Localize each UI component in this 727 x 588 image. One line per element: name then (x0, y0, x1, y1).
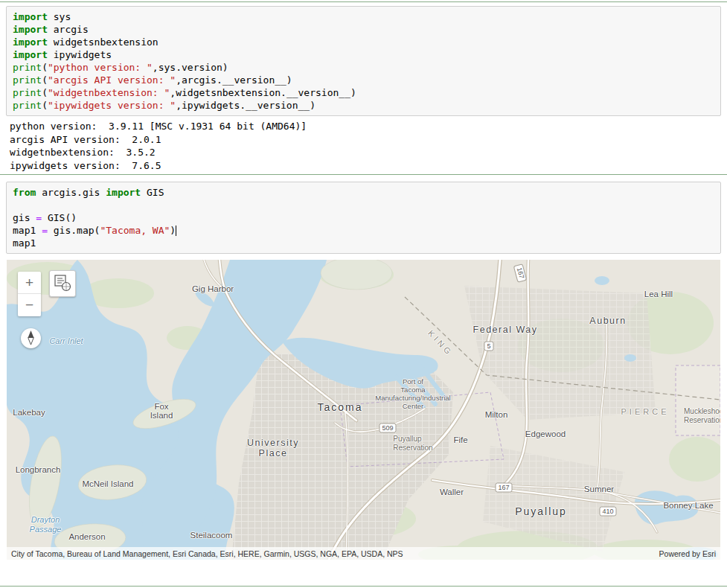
code-line: print("arcgis API version: ",arcgis.__ve… (13, 74, 714, 86)
cell2-code: from arcgis.gis import GIS gis = GIS()ma… (13, 186, 714, 249)
text-cursor (176, 226, 176, 236)
code-line: print("widgetnbextension: ",widgetsnbext… (13, 86, 714, 99)
code-line: from arcgis.gis import GIS (13, 186, 714, 199)
output-line: python version: 3.9.11 [MSC v.1931 64 bi… (10, 120, 307, 133)
output-line: arcgis API version: 2.0.1 (10, 133, 307, 147)
code-line: gis = GIS() (13, 211, 714, 224)
powered-by-esri: Powered by Esri (659, 549, 716, 558)
output-line: widgetnbextension: 3.5.2 (10, 146, 307, 159)
code-line: import ipywidgets (13, 48, 714, 61)
zoom-out-button[interactable]: − (18, 294, 41, 316)
cell-separator-middle (0, 174, 727, 175)
code-cell-imports[interactable]: import sysimport arcgisimport widgetsnbe… (6, 6, 721, 116)
output-line: ipywidgets version: 7.6.5 (10, 159, 307, 173)
map-widget[interactable]: Gig HarborLea HillAuburnFederal WayCarr … (7, 260, 720, 560)
code-line (13, 199, 714, 211)
cell-separator-bottom (0, 586, 727, 587)
code-line: map1 (13, 237, 714, 249)
zoom-in-button[interactable]: + (18, 272, 41, 294)
code-line: import widgetsnbextension (13, 36, 714, 48)
code-line: print("python version: ",sys.version) (13, 61, 714, 74)
chart-globe-icon (54, 283, 71, 294)
map-attribution: City of Tacoma, Bureau of Land Managemen… (7, 547, 720, 560)
compass-needle-icon (22, 338, 40, 349)
output1: python version: 3.9.11 [MSC v.1931 64 bi… (10, 120, 307, 172)
code-line: import sys (13, 10, 714, 23)
code-line: print("ipywidgets version: ",ipywidgets.… (13, 99, 714, 112)
compass-button[interactable] (21, 328, 41, 348)
attribution-sources: City of Tacoma, Bureau of Land Managemen… (11, 549, 403, 558)
cell-separator-top (0, 1, 727, 2)
map-widget-options-button[interactable] (49, 270, 76, 297)
code-line: import arcgis (13, 23, 714, 36)
code-line: map1 = gis.map("Tacoma, WA") (13, 224, 714, 237)
map-canvas[interactable] (7, 260, 720, 560)
zoom-controls: + − (18, 272, 41, 316)
cell1-code: import sysimport arcgisimport widgetsnbe… (13, 10, 714, 112)
notebook-page: import sysimport arcgisimport widgetsnbe… (0, 0, 727, 588)
code-cell-map[interactable]: from arcgis.gis import GIS gis = GIS()ma… (6, 182, 721, 254)
